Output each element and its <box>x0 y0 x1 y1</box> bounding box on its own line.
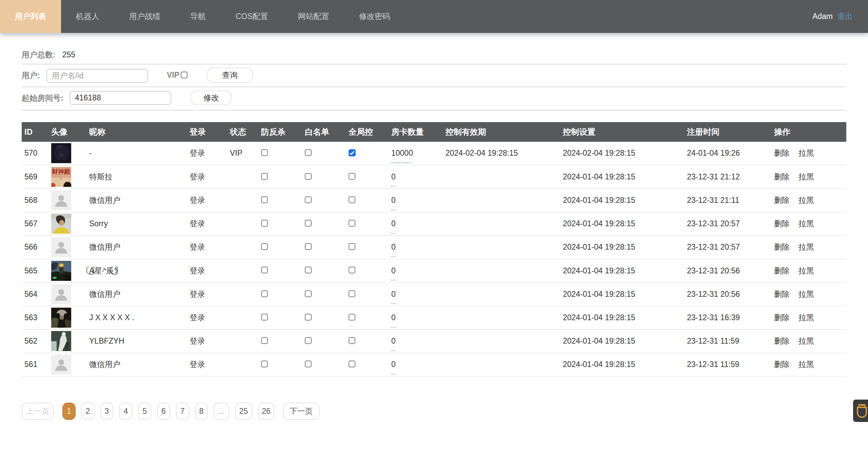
svg-text:财神殿: 财神殿 <box>52 168 71 175</box>
